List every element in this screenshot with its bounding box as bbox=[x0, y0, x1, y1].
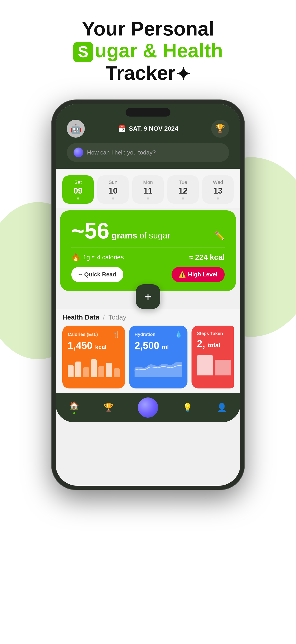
steps-value: 2, total bbox=[197, 338, 231, 349]
phone-mockup-wrapper: 🤖 📅 SAT, 9 NOV 2024 🏆 How can I help you… bbox=[0, 100, 296, 490]
sugar-unit: grams bbox=[112, 231, 137, 240]
nav-home[interactable]: 🏠 bbox=[69, 401, 79, 414]
date-display: 📅 SAT, 9 NOV 2024 bbox=[118, 125, 178, 133]
calories-card-label: Calories (Est.) 🍴 bbox=[68, 331, 120, 338]
warning-icon: ⚠️ bbox=[179, 271, 186, 278]
step-bar-1 bbox=[197, 355, 213, 376]
edit-icon[interactable]: ✏️ bbox=[215, 231, 225, 240]
hydration-card[interactable]: Hydration 💧 2,500 ml bbox=[129, 326, 187, 388]
bar-2 bbox=[75, 362, 81, 377]
sugar-main-line: ~56 grams of sugar ✏️ bbox=[71, 220, 225, 242]
fork-icon: 🍴 bbox=[113, 331, 120, 338]
day-num-tue: 12 bbox=[178, 186, 187, 196]
calorie-note: 1g ≈ 4 calories bbox=[83, 254, 124, 261]
header-section: Your Personal Sugar & Health Tracker✦ bbox=[0, 0, 296, 96]
quick-read-label: Quick Read bbox=[84, 271, 116, 278]
bar-3 bbox=[83, 367, 89, 377]
health-subtitle: Today bbox=[108, 314, 126, 321]
sugar-number: ~56 bbox=[71, 220, 109, 242]
calories-unit: kcal bbox=[95, 344, 107, 350]
nav-home-dot bbox=[73, 412, 75, 414]
calendar-day-sat[interactable]: Sat 09 bbox=[62, 175, 94, 204]
date-text: SAT, 9 NOV 2024 bbox=[129, 125, 178, 132]
nav-tips[interactable]: 💡 bbox=[182, 403, 193, 412]
phone-top-bar: 🤖 📅 SAT, 9 NOV 2024 🏆 bbox=[67, 120, 229, 138]
phone-outer-frame: 🤖 📅 SAT, 9 NOV 2024 🏆 How can I help you… bbox=[52, 100, 244, 490]
high-level-button[interactable]: ⚠️ High Level bbox=[171, 267, 225, 282]
home-icon: 🏠 bbox=[69, 401, 79, 410]
assistant-bar[interactable]: How can I help you today? bbox=[67, 143, 229, 162]
calories-card[interactable]: Calories (Est.) 🍴 1,450 kcal bbox=[62, 326, 125, 388]
quick-read-button[interactable]: •• Quick Read bbox=[71, 267, 123, 282]
steps-unit: total bbox=[208, 342, 220, 348]
trophy-nav-icon: 🏆 bbox=[104, 403, 114, 412]
header-line2-text: ugar & Health bbox=[95, 39, 223, 62]
bar-4 bbox=[91, 359, 97, 377]
header-line2: Sugar & Health bbox=[0, 40, 296, 62]
day-dot-tue bbox=[182, 198, 184, 200]
person-icon: 👤 bbox=[217, 403, 227, 412]
s-logo: S bbox=[73, 42, 93, 62]
phone-screen: 🤖 📅 SAT, 9 NOV 2024 🏆 How can I help you… bbox=[56, 104, 240, 486]
sugar-card: ~56 grams of sugar ✏️ 🔥 1g ≈ 4 calories … bbox=[60, 210, 236, 291]
lightbulb-icon: 💡 bbox=[182, 403, 193, 412]
health-section: Health Data / Today Calories (Est.) 🍴 1,… bbox=[56, 309, 240, 393]
day-num-sat: 09 bbox=[74, 186, 83, 196]
health-header: Health Data / Today bbox=[62, 314, 234, 321]
total-kcal: ≈ 224 kcal bbox=[189, 253, 225, 262]
camera-orb-icon bbox=[138, 398, 158, 418]
health-divider: / bbox=[103, 314, 105, 321]
fab-add-button[interactable]: + bbox=[136, 284, 160, 309]
day-dot-wed bbox=[217, 198, 219, 200]
steps-card[interactable]: Steps Taken 2, total bbox=[191, 326, 234, 388]
hydration-unit: ml bbox=[162, 344, 169, 350]
calendar-strip: Sat 09 Sun 10 Mon 11 Tue 12 bbox=[56, 169, 240, 208]
header-line1: Your Personal bbox=[0, 18, 296, 40]
avatar[interactable]: 🤖 bbox=[67, 120, 85, 138]
hydration-wave-chart bbox=[135, 355, 182, 377]
hydration-value: 2,500 ml bbox=[135, 340, 182, 351]
calendar-day-mon[interactable]: Mon 11 bbox=[132, 175, 164, 204]
hydration-card-label: Hydration 💧 bbox=[135, 331, 182, 338]
step-bar-2 bbox=[215, 360, 231, 376]
high-level-label: High Level bbox=[188, 271, 218, 278]
day-num-wed: 13 bbox=[213, 186, 222, 196]
nav-trophy[interactable]: 🏆 bbox=[104, 403, 114, 412]
day-dot-sun bbox=[112, 198, 114, 200]
day-num-sun: 10 bbox=[109, 186, 118, 196]
assistant-text: How can I help you today? bbox=[87, 149, 156, 156]
sugar-label: of sugar bbox=[140, 231, 170, 240]
day-dot-mon bbox=[147, 198, 149, 200]
steps-card-label: Steps Taken bbox=[197, 331, 231, 336]
nav-camera[interactable] bbox=[138, 398, 158, 418]
flame-icon: 🔥 bbox=[71, 253, 80, 262]
steps-label-text: Steps Taken bbox=[197, 331, 223, 336]
calendar-day-sun[interactable]: Sun 10 bbox=[97, 175, 129, 204]
calendar-icon: 📅 bbox=[118, 125, 126, 133]
calendar-day-wed[interactable]: Wed 13 bbox=[202, 175, 234, 204]
nav-profile[interactable]: 👤 bbox=[217, 403, 227, 412]
bottom-navigation: 🏠 🏆 💡 👤 bbox=[56, 393, 240, 422]
calories-bar-chart bbox=[68, 355, 120, 377]
dynamic-island bbox=[126, 108, 170, 116]
bar-1 bbox=[68, 365, 74, 377]
day-num-mon: 11 bbox=[144, 186, 152, 196]
trophy-button[interactable]: 🏆 bbox=[211, 120, 229, 138]
day-name-sat: Sat bbox=[74, 180, 82, 185]
day-name-sun: Sun bbox=[109, 180, 117, 185]
bar-5 bbox=[98, 366, 104, 377]
sugar-calories-row: 🔥 1g ≈ 4 calories ≈ 224 kcal bbox=[71, 253, 225, 262]
header-line3: Tracker✦ bbox=[0, 62, 296, 84]
day-name-mon: Mon bbox=[143, 180, 153, 185]
fab-container: + bbox=[56, 284, 240, 309]
day-name-wed: Wed bbox=[213, 180, 223, 185]
calendar-day-tue[interactable]: Tue 12 bbox=[167, 175, 199, 204]
day-dot-sat bbox=[77, 198, 79, 200]
sparkle-icon: ✦ bbox=[176, 64, 191, 84]
health-cards-row: Calories (Est.) 🍴 1,450 kcal bbox=[62, 326, 234, 388]
sugar-divider bbox=[71, 247, 225, 248]
calories-value: 1,450 kcal bbox=[68, 340, 120, 351]
calories-label-text: Calories (Est.) bbox=[68, 332, 98, 337]
assistant-orb-icon bbox=[74, 148, 83, 158]
steps-bar-chart bbox=[197, 353, 231, 376]
